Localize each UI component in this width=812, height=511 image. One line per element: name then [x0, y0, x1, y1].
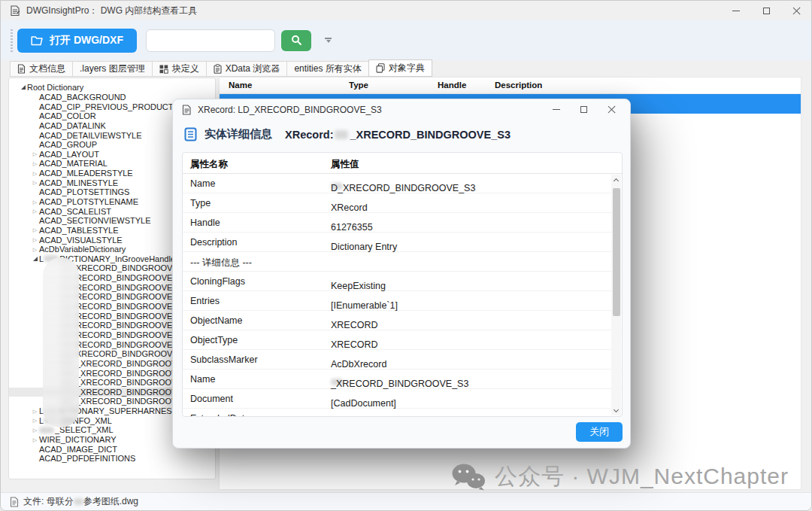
- property-row[interactable]: SubclassMarkerAcDbXrecord: [183, 350, 622, 370]
- chevron-collapsed-icon[interactable]: [31, 171, 39, 176]
- chevron-collapsed-icon[interactable]: [31, 437, 39, 443]
- property-name: ObjectType: [190, 335, 238, 345]
- scroll-up-button[interactable]: [611, 175, 621, 185]
- dialog-header-value: XRecord: _XRECORD_BINDGROOVE_S3: [285, 129, 511, 141]
- chevron-collapsed-icon[interactable]: [31, 208, 39, 214]
- close-button[interactable]: [781, 1, 811, 20]
- property-name: Name: [190, 374, 215, 385]
- censor-blur: [60, 275, 75, 281]
- property-row[interactable]: ExtendedData[ExtendedDataDictionary]: [183, 409, 622, 417]
- search-input[interactable]: [146, 29, 275, 52]
- chevron-collapsed-icon[interactable]: [31, 180, 39, 185]
- tree-item-label: ACAD_DATALINK: [39, 121, 106, 130]
- property-row[interactable]: NameD_XRECORD_BINDGROOVE_S3: [183, 174, 622, 193]
- open-dwg-button[interactable]: 打开 DWG/DXF: [17, 29, 137, 53]
- property-name: Document: [190, 394, 233, 404]
- censor-blur: [60, 265, 75, 272]
- dialog-maximize-button[interactable]: [570, 99, 598, 120]
- tab-blocks[interactable]: 块定义: [152, 61, 206, 77]
- column-header-name[interactable]: Name: [229, 81, 252, 90]
- minimize-button[interactable]: [721, 1, 751, 20]
- column-header-property-name: 属性名称: [190, 158, 228, 171]
- property-value-text: XRECORD: [331, 339, 378, 350]
- scroll-down-button[interactable]: [611, 405, 621, 415]
- search-button[interactable]: [281, 30, 311, 51]
- tab-entities[interactable]: entities 所有实体: [286, 61, 368, 77]
- open-dwg-label: 打开 DWG/DXF: [50, 34, 123, 47]
- dialog-scrollbar[interactable]: [611, 175, 621, 415]
- censor-blur: [60, 388, 75, 395]
- tree-item-label: XBINFO_XML: [59, 416, 112, 425]
- toolbar-grip[interactable]: [11, 29, 13, 52]
- tab-doc-info[interactable]: 文档信息: [10, 61, 72, 77]
- property-row[interactable]: CloningFlagsKeepExisting: [183, 272, 622, 291]
- dialog-close-action-button[interactable]: 关闭: [576, 422, 623, 442]
- scrollbar-thumb[interactable]: [613, 188, 620, 316]
- column-header-handle[interactable]: Handle: [438, 81, 466, 90]
- tree-item-label: DICTIONARY_InGrooveHandle: [59, 254, 175, 263]
- property-table: 属性名称 属性值 NameD_XRECORD_BINDGROOVE_S3Type…: [182, 152, 623, 417]
- tree-item-label: ICTIONARY_SUPERHARNESS: [59, 406, 177, 415]
- maximize-icon: [763, 8, 770, 14]
- property-row[interactable]: Entries[IEnumerable`1]: [183, 291, 622, 311]
- tab-layers[interactable]: .layers 图层管理: [72, 61, 152, 77]
- chevron-collapsed-icon[interactable]: [31, 427, 39, 433]
- column-header-type[interactable]: Type: [349, 81, 368, 90]
- tab-xdata[interactable]: XData 浏览器: [206, 61, 287, 77]
- tree-item[interactable]: Root Dictionary: [9, 83, 215, 93]
- chevron-expanded-icon[interactable]: [19, 85, 27, 90]
- tree-item[interactable]: ACAD_PDFDEFINITIONS: [9, 454, 215, 464]
- property-name: Name: [190, 178, 215, 189]
- tree-item-label: Root Dictionary: [27, 83, 83, 92]
- chevron-collapsed-icon[interactable]: [31, 227, 39, 233]
- tree-item-label: ACAD_LAYOUT: [39, 150, 99, 159]
- toolbar-overflow-button[interactable]: [325, 38, 332, 43]
- property-value-text: XRECORD: [331, 320, 378, 330]
- censor-blur: [335, 130, 348, 139]
- property-value-text: AcDbXrecord: [331, 359, 386, 370]
- tab-label: 文档信息: [29, 62, 65, 75]
- censor-blur: [44, 408, 59, 415]
- maximize-button[interactable]: [751, 1, 781, 20]
- chevron-collapsed-icon[interactable]: [31, 151, 39, 157]
- tree-item-label: AcDbVariableDictionary: [39, 245, 126, 254]
- chevron-collapsed-icon[interactable]: [31, 418, 39, 423]
- property-name: ExtendedData: [190, 413, 250, 417]
- tree-item-label: ACAD_PLOTSTYLENAME: [39, 197, 138, 206]
- column-header-description[interactable]: Description: [495, 81, 542, 90]
- censor-blur: [44, 255, 59, 262]
- tree-item-label: ACAD_MATERIAL: [39, 159, 108, 168]
- chevron-down-icon: [326, 40, 331, 43]
- entity-detail-icon: [183, 127, 198, 141]
- dialog-minimize-button[interactable]: [542, 99, 570, 120]
- chevron-expanded-icon[interactable]: [31, 257, 39, 261]
- chevron-collapsed-icon[interactable]: [31, 161, 39, 166]
- tree-item-label: ACAD_PLOTSETTINGS: [39, 187, 129, 196]
- tab-label: entities 所有实体: [294, 62, 361, 75]
- chevron-collapsed-icon[interactable]: [31, 199, 39, 205]
- copy-icon: [376, 63, 385, 73]
- censor-blur: [60, 341, 75, 348]
- property-row[interactable]: --- 详细信息 ---: [183, 252, 622, 272]
- property-value-text: _XRECORD_BINDGROOVE_S3: [331, 379, 468, 389]
- dialog-close-button[interactable]: [598, 99, 626, 120]
- property-name: Handle: [190, 217, 220, 228]
- chevron-collapsed-icon[interactable]: [31, 247, 39, 252]
- tree-item-label: ACAD_IMAGE_DICT: [39, 445, 117, 454]
- property-row[interactable]: ObjectTypeXRECORD: [183, 330, 622, 350]
- close-icon: [792, 7, 801, 15]
- property-row[interactable]: ObjectNameXRECORD: [183, 311, 622, 330]
- property-row[interactable]: Document[CadDocument]: [183, 389, 622, 409]
- property-row[interactable]: Handle61276355: [183, 213, 622, 233]
- dialog-header: 实体详细信息 XRecord: _XRECORD_BINDGROOVE_S3: [173, 120, 630, 148]
- chevron-collapsed-icon[interactable]: [31, 237, 39, 242]
- app-window: DWGInsightPro： DWG 内部结构查看工具 打开 DWG/DXF 文…: [0, 0, 812, 511]
- censor-blur: [39, 427, 54, 433]
- property-row[interactable]: TypeXRecord: [183, 193, 622, 213]
- xrecord-detail-dialog: XRecord: LD_XRECORD_BINDGROOVE_S3 实体详细信息…: [172, 99, 631, 449]
- property-row[interactable]: Name_XRECORD_BINDGROOVE_S3: [183, 370, 622, 389]
- title-bar: DWGInsightPro： DWG 内部结构查看工具: [1, 1, 811, 20]
- property-row[interactable]: DescriptionDictionary Entry: [183, 233, 622, 252]
- chevron-collapsed-icon[interactable]: [31, 409, 39, 414]
- tab-object-dict[interactable]: 对象字典: [368, 59, 432, 77]
